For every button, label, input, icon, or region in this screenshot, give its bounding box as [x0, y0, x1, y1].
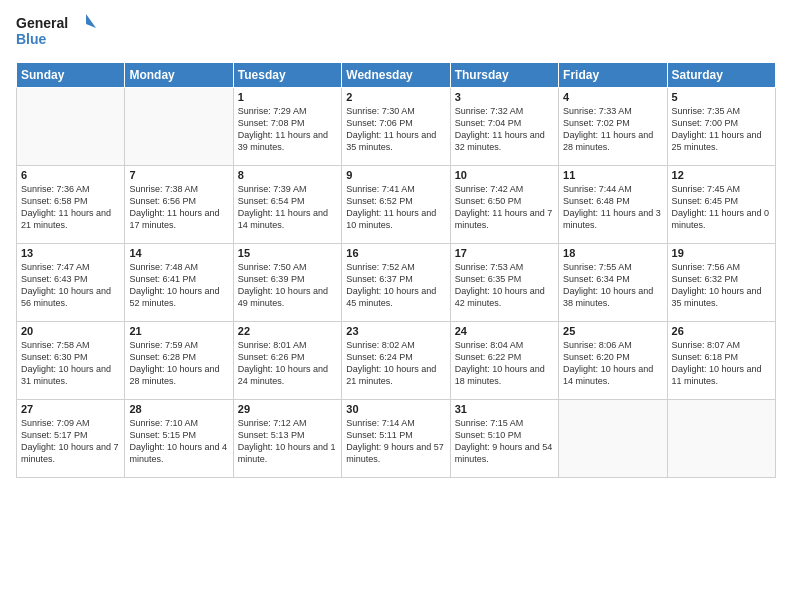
logo: General Blue — [16, 12, 96, 52]
cell-info: Sunrise: 7:29 AMSunset: 7:08 PMDaylight:… — [238, 105, 337, 154]
day-number: 22 — [238, 325, 337, 337]
calendar-cell: 15Sunrise: 7:50 AMSunset: 6:39 PMDayligh… — [233, 244, 341, 322]
cell-info: Sunrise: 8:01 AMSunset: 6:26 PMDaylight:… — [238, 339, 337, 388]
calendar-cell: 22Sunrise: 8:01 AMSunset: 6:26 PMDayligh… — [233, 322, 341, 400]
calendar-cell: 14Sunrise: 7:48 AMSunset: 6:41 PMDayligh… — [125, 244, 233, 322]
cell-info: Sunrise: 7:58 AMSunset: 6:30 PMDaylight:… — [21, 339, 120, 388]
cell-info: Sunrise: 7:14 AMSunset: 5:11 PMDaylight:… — [346, 417, 445, 466]
cell-info: Sunrise: 7:32 AMSunset: 7:04 PMDaylight:… — [455, 105, 554, 154]
calendar-cell: 2Sunrise: 7:30 AMSunset: 7:06 PMDaylight… — [342, 88, 450, 166]
cell-info: Sunrise: 7:35 AMSunset: 7:00 PMDaylight:… — [672, 105, 771, 154]
day-header-sunday: Sunday — [17, 63, 125, 88]
cell-info: Sunrise: 7:15 AMSunset: 5:10 PMDaylight:… — [455, 417, 554, 466]
day-number: 14 — [129, 247, 228, 259]
day-number: 16 — [346, 247, 445, 259]
calendar-cell: 17Sunrise: 7:53 AMSunset: 6:35 PMDayligh… — [450, 244, 558, 322]
calendar-cell: 25Sunrise: 8:06 AMSunset: 6:20 PMDayligh… — [559, 322, 667, 400]
day-number: 30 — [346, 403, 445, 415]
day-number: 23 — [346, 325, 445, 337]
cell-info: Sunrise: 7:45 AMSunset: 6:45 PMDaylight:… — [672, 183, 771, 232]
day-number: 31 — [455, 403, 554, 415]
calendar-cell: 16Sunrise: 7:52 AMSunset: 6:37 PMDayligh… — [342, 244, 450, 322]
day-number: 12 — [672, 169, 771, 181]
cell-info: Sunrise: 8:02 AMSunset: 6:24 PMDaylight:… — [346, 339, 445, 388]
day-number: 25 — [563, 325, 662, 337]
cell-info: Sunrise: 7:41 AMSunset: 6:52 PMDaylight:… — [346, 183, 445, 232]
cell-info: Sunrise: 7:47 AMSunset: 6:43 PMDaylight:… — [21, 261, 120, 310]
cell-info: Sunrise: 7:33 AMSunset: 7:02 PMDaylight:… — [563, 105, 662, 154]
calendar-cell: 19Sunrise: 7:56 AMSunset: 6:32 PMDayligh… — [667, 244, 775, 322]
day-number: 13 — [21, 247, 120, 259]
calendar-cell: 5Sunrise: 7:35 AMSunset: 7:00 PMDaylight… — [667, 88, 775, 166]
calendar-cell: 13Sunrise: 7:47 AMSunset: 6:43 PMDayligh… — [17, 244, 125, 322]
day-number: 21 — [129, 325, 228, 337]
day-header-monday: Monday — [125, 63, 233, 88]
cell-info: Sunrise: 7:12 AMSunset: 5:13 PMDaylight:… — [238, 417, 337, 466]
cell-info: Sunrise: 7:09 AMSunset: 5:17 PMDaylight:… — [21, 417, 120, 466]
svg-text:Blue: Blue — [16, 31, 47, 47]
day-number: 5 — [672, 91, 771, 103]
day-number: 2 — [346, 91, 445, 103]
day-number: 18 — [563, 247, 662, 259]
calendar-cell: 9Sunrise: 7:41 AMSunset: 6:52 PMDaylight… — [342, 166, 450, 244]
cell-info: Sunrise: 7:48 AMSunset: 6:41 PMDaylight:… — [129, 261, 228, 310]
calendar-cell: 11Sunrise: 7:44 AMSunset: 6:48 PMDayligh… — [559, 166, 667, 244]
calendar-cell: 29Sunrise: 7:12 AMSunset: 5:13 PMDayligh… — [233, 400, 341, 478]
day-number: 24 — [455, 325, 554, 337]
day-number: 28 — [129, 403, 228, 415]
day-number: 3 — [455, 91, 554, 103]
day-number: 26 — [672, 325, 771, 337]
day-number: 6 — [21, 169, 120, 181]
cell-info: Sunrise: 8:04 AMSunset: 6:22 PMDaylight:… — [455, 339, 554, 388]
calendar-cell: 20Sunrise: 7:58 AMSunset: 6:30 PMDayligh… — [17, 322, 125, 400]
day-header-tuesday: Tuesday — [233, 63, 341, 88]
day-header-wednesday: Wednesday — [342, 63, 450, 88]
cell-info: Sunrise: 7:38 AMSunset: 6:56 PMDaylight:… — [129, 183, 228, 232]
cell-info: Sunrise: 7:55 AMSunset: 6:34 PMDaylight:… — [563, 261, 662, 310]
calendar-cell — [667, 400, 775, 478]
calendar-cell — [559, 400, 667, 478]
cell-info: Sunrise: 7:59 AMSunset: 6:28 PMDaylight:… — [129, 339, 228, 388]
cell-info: Sunrise: 7:44 AMSunset: 6:48 PMDaylight:… — [563, 183, 662, 232]
day-number: 29 — [238, 403, 337, 415]
calendar-cell: 21Sunrise: 7:59 AMSunset: 6:28 PMDayligh… — [125, 322, 233, 400]
cell-info: Sunrise: 7:36 AMSunset: 6:58 PMDaylight:… — [21, 183, 120, 232]
day-number: 17 — [455, 247, 554, 259]
calendar-cell: 30Sunrise: 7:14 AMSunset: 5:11 PMDayligh… — [342, 400, 450, 478]
cell-info: Sunrise: 8:06 AMSunset: 6:20 PMDaylight:… — [563, 339, 662, 388]
calendar-cell: 4Sunrise: 7:33 AMSunset: 7:02 PMDaylight… — [559, 88, 667, 166]
day-number: 9 — [346, 169, 445, 181]
day-number: 19 — [672, 247, 771, 259]
cell-info: Sunrise: 7:30 AMSunset: 7:06 PMDaylight:… — [346, 105, 445, 154]
day-number: 4 — [563, 91, 662, 103]
calendar-cell: 10Sunrise: 7:42 AMSunset: 6:50 PMDayligh… — [450, 166, 558, 244]
calendar-cell: 24Sunrise: 8:04 AMSunset: 6:22 PMDayligh… — [450, 322, 558, 400]
cell-info: Sunrise: 7:53 AMSunset: 6:35 PMDaylight:… — [455, 261, 554, 310]
calendar-cell: 7Sunrise: 7:38 AMSunset: 6:56 PMDaylight… — [125, 166, 233, 244]
calendar-cell: 1Sunrise: 7:29 AMSunset: 7:08 PMDaylight… — [233, 88, 341, 166]
day-number: 10 — [455, 169, 554, 181]
calendar-cell: 26Sunrise: 8:07 AMSunset: 6:18 PMDayligh… — [667, 322, 775, 400]
calendar-cell: 23Sunrise: 8:02 AMSunset: 6:24 PMDayligh… — [342, 322, 450, 400]
day-number: 20 — [21, 325, 120, 337]
day-number: 27 — [21, 403, 120, 415]
cell-info: Sunrise: 8:07 AMSunset: 6:18 PMDaylight:… — [672, 339, 771, 388]
calendar-cell: 12Sunrise: 7:45 AMSunset: 6:45 PMDayligh… — [667, 166, 775, 244]
calendar-cell: 6Sunrise: 7:36 AMSunset: 6:58 PMDaylight… — [17, 166, 125, 244]
svg-marker-2 — [86, 14, 96, 28]
day-header-thursday: Thursday — [450, 63, 558, 88]
day-header-friday: Friday — [559, 63, 667, 88]
calendar-cell: 18Sunrise: 7:55 AMSunset: 6:34 PMDayligh… — [559, 244, 667, 322]
day-number: 7 — [129, 169, 228, 181]
calendar-cell: 8Sunrise: 7:39 AMSunset: 6:54 PMDaylight… — [233, 166, 341, 244]
calendar-cell: 28Sunrise: 7:10 AMSunset: 5:15 PMDayligh… — [125, 400, 233, 478]
calendar-cell: 27Sunrise: 7:09 AMSunset: 5:17 PMDayligh… — [17, 400, 125, 478]
cell-info: Sunrise: 7:56 AMSunset: 6:32 PMDaylight:… — [672, 261, 771, 310]
day-number: 11 — [563, 169, 662, 181]
cell-info: Sunrise: 7:10 AMSunset: 5:15 PMDaylight:… — [129, 417, 228, 466]
day-number: 1 — [238, 91, 337, 103]
calendar-cell: 31Sunrise: 7:15 AMSunset: 5:10 PMDayligh… — [450, 400, 558, 478]
calendar-cell — [17, 88, 125, 166]
calendar-cell: 3Sunrise: 7:32 AMSunset: 7:04 PMDaylight… — [450, 88, 558, 166]
cell-info: Sunrise: 7:52 AMSunset: 6:37 PMDaylight:… — [346, 261, 445, 310]
